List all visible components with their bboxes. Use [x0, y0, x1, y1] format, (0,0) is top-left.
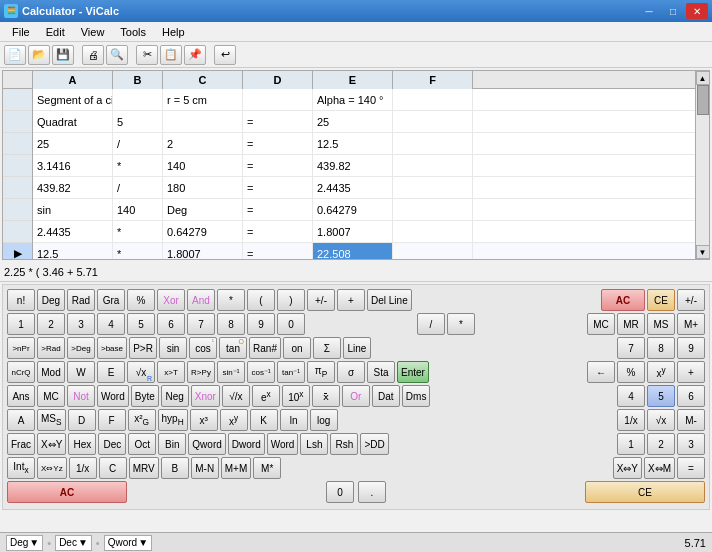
cell-a4[interactable]: 439.82 — [33, 177, 113, 198]
key-9[interactable]: 9 — [677, 337, 705, 359]
key-x3[interactable]: x³ — [190, 409, 218, 431]
cell-e3[interactable]: 439.82 — [313, 155, 393, 176]
key-b[interactable]: B — [161, 457, 189, 479]
key-mminus[interactable]: M- — [677, 409, 705, 431]
key-sigma[interactable]: Σ — [313, 337, 341, 359]
key-ans[interactable]: Ans — [7, 385, 35, 407]
key-equals[interactable]: = — [677, 457, 705, 479]
cell-c4[interactable]: 180 — [163, 177, 243, 198]
cell-f4[interactable] — [393, 177, 473, 198]
save-button[interactable]: 💾 — [52, 45, 74, 65]
key-5-blue[interactable]: 5 — [647, 385, 675, 407]
key-plus[interactable]: + — [337, 289, 365, 311]
status-qword-dropdown[interactable]: Qword ▼ — [104, 535, 152, 551]
key-xy2[interactable]: xy — [220, 409, 248, 431]
paste-button[interactable]: 📌 — [184, 45, 206, 65]
key-div-2[interactable]: / — [417, 313, 445, 335]
key-rsh[interactable]: Rsh — [330, 433, 358, 455]
cell-b2[interactable]: / — [113, 133, 163, 154]
key-sta[interactable]: Sta — [367, 361, 395, 383]
key-ac-bottom[interactable]: AC — [7, 481, 127, 503]
key-mr[interactable]: MR — [617, 313, 645, 335]
key-backspace[interactable]: ← — [587, 361, 615, 383]
key-oct[interactable]: Oct — [128, 433, 156, 455]
cell-e6[interactable]: 1.8007 — [313, 221, 393, 242]
key-percent[interactable]: % — [127, 289, 155, 311]
cell-f3[interactable] — [393, 155, 473, 176]
cell-d7[interactable]: = — [243, 243, 313, 259]
key-word2[interactable]: Word — [267, 433, 299, 455]
cell-a5[interactable]: sin — [33, 199, 113, 220]
key-mpm[interactable]: M+M — [221, 457, 252, 479]
key-dword[interactable]: Dword — [228, 433, 265, 455]
scroll-track[interactable] — [696, 85, 709, 245]
cell-c5[interactable]: Deg — [163, 199, 243, 220]
key-c[interactable]: C — [99, 457, 127, 479]
key-1[interactable]: 1 — [7, 313, 35, 335]
key-3[interactable]: 3 — [67, 313, 95, 335]
key-xbar[interactable]: x̄ — [312, 385, 340, 407]
key-e[interactable]: E — [97, 361, 125, 383]
key-arcsin[interactable]: sin⁻¹ — [217, 361, 245, 383]
cell-b7[interactable]: * — [113, 243, 163, 259]
key-k[interactable]: K — [250, 409, 278, 431]
menu-help[interactable]: Help — [154, 24, 193, 40]
key-word[interactable]: Word — [97, 385, 129, 407]
menu-tools[interactable]: Tools — [112, 24, 154, 40]
key-9[interactable]: 9 — [247, 313, 275, 335]
key-rad[interactable]: Rad — [67, 289, 95, 311]
cell-f2[interactable] — [393, 133, 473, 154]
cell-f6[interactable] — [393, 221, 473, 242]
key-frac[interactable]: Frac — [7, 433, 35, 455]
key-mplus[interactable]: M+ — [677, 313, 705, 335]
key-0[interactable]: 0 — [277, 313, 305, 335]
vertical-scrollbar[interactable]: ▲ ▼ — [695, 71, 709, 259]
key-xswapy[interactable]: X⇔Y — [37, 433, 66, 455]
key-mrv[interactable]: MRV — [129, 457, 159, 479]
key-xpowy[interactable]: xy — [647, 361, 675, 383]
key-onex[interactable]: 1/x — [69, 457, 97, 479]
key-xswapm[interactable]: X⇔M — [644, 457, 675, 479]
minimize-button[interactable]: ─ — [638, 3, 660, 19]
key-del-line[interactable]: Del Line — [367, 289, 412, 311]
key-xnor[interactable]: Xnor — [191, 385, 220, 407]
cell-a2[interactable]: 25 — [33, 133, 113, 154]
key-2[interactable]: 2 — [37, 313, 65, 335]
key-5[interactable]: 5 — [127, 313, 155, 335]
key-sin[interactable]: sin — [159, 337, 187, 359]
grid-area[interactable]: Segment of a circle r = 5 cm Alpha = 140… — [33, 89, 695, 259]
copy-button[interactable]: 📋 — [160, 45, 182, 65]
cell-a0[interactable]: Segment of a circle — [33, 89, 113, 110]
key-sqrtx2[interactable]: √x — [647, 409, 675, 431]
cut-button[interactable]: ✂ — [136, 45, 158, 65]
key-xswapyz[interactable]: X⇔Yz — [37, 457, 67, 479]
cell-b4[interactable]: / — [113, 177, 163, 198]
key-ce-top[interactable]: CE — [647, 289, 675, 311]
key-log[interactable]: log — [310, 409, 338, 431]
cell-c3[interactable]: 140 — [163, 155, 243, 176]
key-4[interactable]: 4 — [97, 313, 125, 335]
cell-b5[interactable]: 140 — [113, 199, 163, 220]
cell-f5[interactable] — [393, 199, 473, 220]
cell-d1[interactable]: = — [243, 111, 313, 132]
key-8[interactable]: 8 — [217, 313, 245, 335]
cell-e4[interactable]: 2.4435 — [313, 177, 393, 198]
key-n-factorial[interactable]: n! — [7, 289, 35, 311]
new-button[interactable]: 📄 — [4, 45, 26, 65]
key-gra[interactable]: Gra — [97, 289, 125, 311]
key-to-dd[interactable]: >DD — [360, 433, 388, 455]
menu-edit[interactable]: Edit — [38, 24, 73, 40]
key-d[interactable]: D — [68, 409, 96, 431]
key-ce-bottom[interactable]: CE — [585, 481, 705, 503]
key-arccos[interactable]: cos⁻¹ — [247, 361, 275, 383]
key-7[interactable]: 7 — [617, 337, 645, 359]
cell-c0[interactable]: r = 5 cm — [163, 89, 243, 110]
cell-e0[interactable]: Alpha = 140 ° — [313, 89, 393, 110]
cell-e7[interactable]: 22.508 — [313, 243, 393, 259]
key-3b[interactable]: 3 — [677, 433, 705, 455]
cell-a7[interactable]: 12.5 — [33, 243, 113, 259]
key-multiply[interactable]: * — [217, 289, 245, 311]
cell-d2[interactable]: = — [243, 133, 313, 154]
cell-c6[interactable]: 0.64279 — [163, 221, 243, 242]
key-zero[interactable]: 0 — [326, 481, 354, 503]
